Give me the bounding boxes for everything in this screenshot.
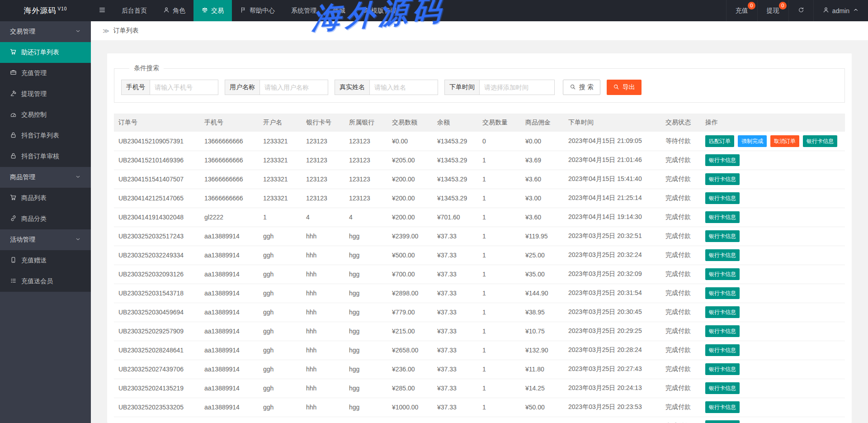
bank-card-info-button[interactable]: 银行卡信息: [705, 249, 740, 261]
cell-order-no: UB2303252032249334: [114, 246, 200, 265]
bank-card-info-button[interactable]: 银行卡信息: [705, 173, 740, 185]
nav-tab-home[interactable]: 后台首页: [113, 0, 155, 21]
bank-card-info-button[interactable]: 银行卡信息: [705, 325, 740, 337]
bank-card-info-button[interactable]: 银行卡信息: [705, 287, 740, 299]
cell-bank: 4: [344, 208, 387, 227]
cell-commission: ¥11.80: [521, 360, 564, 379]
link-icon: [10, 215, 17, 223]
force-complete-button[interactable]: 强制完成: [738, 135, 767, 147]
bank-card-info-button[interactable]: 银行卡信息: [705, 363, 740, 375]
bank-card-info-button[interactable]: 银行卡信息: [705, 230, 740, 242]
search-button[interactable]: 搜 索: [563, 80, 600, 95]
row-actions: 银行卡信息: [701, 265, 845, 284]
cell-status: 完成付款: [661, 265, 701, 284]
cell-commission: ¥144.90: [521, 284, 564, 303]
sidebar-item-recharge-management[interactable]: 充值管理: [0, 63, 91, 84]
withdraw-nav-button[interactable]: 提现 0: [757, 0, 788, 21]
bank-card-info-button[interactable]: 银行卡信息: [705, 420, 740, 423]
phone-filter-input[interactable]: [150, 80, 218, 95]
chevron-up-icon: [853, 7, 859, 14]
bank-card-info-button[interactable]: 银行卡信息: [705, 382, 740, 394]
bank-card-info-button[interactable]: 银行卡信息: [705, 268, 740, 280]
cell-amount: ¥285.00: [387, 379, 433, 398]
sidebar-item-recharge-vip[interactable]: 充值送会员: [0, 271, 91, 292]
bank-card-info-button[interactable]: 银行卡信息: [705, 401, 740, 413]
sidebar-item-assist-order-list[interactable]: 助还订单列表: [0, 42, 91, 63]
table-row: UB2303252029257909aa13889914gghhhhhgg¥21…: [114, 322, 845, 341]
bank-card-info-button[interactable]: 银行卡信息: [705, 211, 740, 223]
export-button[interactable]: 导出: [607, 80, 642, 95]
sidebar-item-recharge-gift[interactable]: 充值赠送: [0, 250, 91, 271]
top-navbar: 海外源码 V10 后台首页角色交易帮助中心系统管理商城模版管理 充值 0 提现 …: [0, 0, 868, 21]
phone-icon: [10, 257, 17, 265]
cell-amount: ¥2399.00: [387, 227, 433, 246]
cell-quantity: 0: [478, 132, 521, 151]
cell-balance: ¥37.33: [433, 322, 478, 341]
username-filter-label: 用户名称: [225, 80, 260, 95]
recharge-nav-button[interactable]: 充值 0: [726, 0, 757, 21]
cell-phone: 13666666666: [200, 170, 259, 189]
cell-status: 完成付款: [661, 417, 701, 423]
bank-card-info-button[interactable]: 银行卡信息: [803, 135, 837, 147]
page-title: 订单列表: [113, 27, 139, 35]
sidebar-item-goods-list[interactable]: 商品列表: [0, 188, 91, 209]
user-menu-button[interactable]: admin: [813, 0, 868, 21]
cell-status: 完成付款: [661, 398, 701, 417]
column-header-actions: 操作: [701, 114, 845, 132]
nav-tab-roles[interactable]: 角色: [155, 0, 193, 21]
table-row: UB2303252030459694aa13889914gghhhhhgg¥77…: [114, 303, 845, 322]
lock-icon: [10, 152, 17, 161]
username-filter-input[interactable]: [260, 80, 328, 95]
sidebar-item-withdraw-management[interactable]: 提现管理: [0, 84, 91, 105]
nav-tab-templates[interactable]: 模版管理: [354, 0, 405, 21]
cell-balance: ¥37.33: [433, 379, 478, 398]
cell-balance: ¥37.33: [433, 265, 478, 284]
cell-status: 完成付款: [661, 208, 701, 227]
bank-card-info-button[interactable]: 银行卡信息: [705, 192, 740, 204]
sidebar-item-douyin-order-list[interactable]: 抖音订单列表: [0, 125, 91, 146]
cell-status: 完成付款: [661, 341, 701, 360]
refresh-button[interactable]: [788, 0, 813, 21]
cell-quantity: 1: [478, 227, 521, 246]
cell-quantity: 1: [478, 151, 521, 170]
cell-commission: ¥21.58: [521, 417, 564, 423]
nav-tab-help-center[interactable]: 帮助中心: [232, 0, 283, 21]
cell-account-name: ggh: [259, 265, 302, 284]
sidebar-item-douyin-order-review[interactable]: 抖音订单审核: [0, 146, 91, 167]
cell-order-no: UB2303252023533205: [114, 398, 200, 417]
cell-bank: hgg: [344, 227, 387, 246]
cart-icon: [10, 194, 17, 202]
order-time-filter-input[interactable]: [480, 80, 554, 95]
bank-card-info-button[interactable]: 银行卡信息: [705, 154, 740, 166]
cell-bank: 123123: [344, 151, 387, 170]
nav-tab-mall[interactable]: 商城: [325, 0, 354, 21]
cell-bank: hgg: [344, 360, 387, 379]
cell-account-name: 1233321: [259, 170, 302, 189]
cell-quantity: 1: [478, 341, 521, 360]
cell-quantity: 1: [478, 303, 521, 322]
realname-filter-input[interactable]: [370, 80, 438, 95]
cell-commission: ¥3.69: [521, 151, 564, 170]
match-order-button[interactable]: 匹配订单: [705, 135, 734, 147]
table-row: UB2303252031543718aa13889914gghhhhhgg¥28…: [114, 284, 845, 303]
cancel-order-button[interactable]: 取消订单: [770, 135, 799, 147]
sidebar-section-trade[interactable]: 交易管理: [0, 21, 91, 42]
nav-tab-trade[interactable]: 交易: [193, 0, 232, 21]
cell-card-no: 123123: [302, 189, 344, 208]
sidebar-item-trade-control[interactable]: 交易控制: [0, 105, 91, 125]
table-row: UB2303252032093126aa13889914gghhhhhgg¥70…: [114, 265, 845, 284]
sidebar-section-goods[interactable]: 商品管理: [0, 167, 91, 188]
page-background: 条件搜索 手机号 用户名称 真实姓名 下单时间: [91, 41, 868, 423]
bank-card-info-button[interactable]: 银行卡信息: [705, 344, 740, 356]
cell-bank: hgg: [344, 398, 387, 417]
menu-toggle-button[interactable]: [91, 0, 113, 21]
sidebar-section-activity[interactable]: 活动管理: [0, 229, 91, 250]
cell-amount: ¥2658.00: [387, 341, 433, 360]
cell-commission: ¥35.00: [521, 265, 564, 284]
nav-menu: 后台首页角色交易帮助中心系统管理商城模版管理: [91, 0, 726, 21]
sidebar-item-goods-category[interactable]: 商品分类: [0, 209, 91, 229]
nav-tab-system[interactable]: 系统管理: [283, 0, 325, 21]
bank-card-info-button[interactable]: 银行卡信息: [705, 306, 740, 318]
search-button-label: 搜 索: [579, 83, 594, 91]
cell-amount: ¥205.00: [387, 151, 433, 170]
